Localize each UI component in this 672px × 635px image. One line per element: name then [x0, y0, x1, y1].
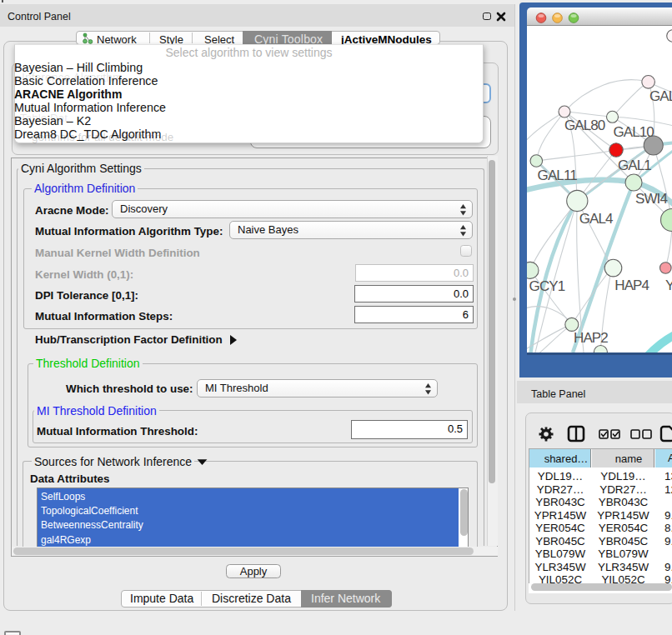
svg-text:Y: Y: [665, 278, 672, 293]
svg-text:HAP4: HAP4: [614, 278, 649, 293]
svg-text:GAL4: GAL4: [579, 211, 613, 227]
svg-text:GAL1: GAL1: [618, 158, 651, 173]
svg-text:GAL11: GAL11: [538, 168, 578, 183]
svg-text:GAL80: GAL80: [564, 118, 605, 133]
svg-text:GAL10: GAL10: [614, 124, 654, 140]
svg-text:SWI4: SWI4: [635, 191, 667, 207]
svg-text:GAL2: GAL2: [649, 88, 672, 104]
svg-text:GCY1: GCY1: [529, 278, 565, 294]
svg-text:HAP2: HAP2: [574, 330, 608, 346]
